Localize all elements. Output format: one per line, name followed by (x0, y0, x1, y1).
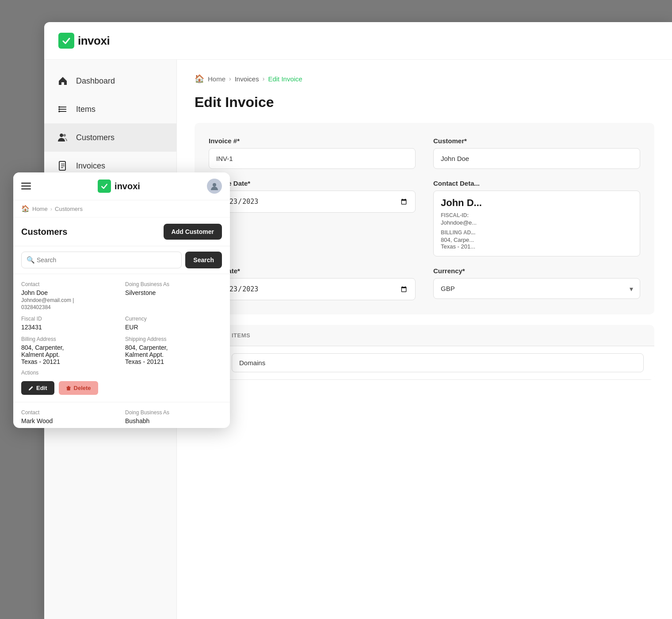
customer-label: Customer* (433, 137, 640, 145)
popup-breadcrumb-current: Customers (55, 206, 83, 212)
dba2-field-label: Doing Business As (125, 409, 222, 416)
customer-actions: Edit Delete (21, 381, 222, 395)
svg-rect-12 (21, 188, 31, 190)
doing-business-as-field: Doing Business As Silverstone (125, 281, 222, 310)
sidebar-item-customers[interactable]: Customers (44, 123, 176, 152)
fiscal-id-field-label: Fiscal ID (21, 316, 118, 322)
invoices-icon (57, 160, 69, 172)
sidebar-label-items: Items (76, 105, 95, 114)
dba2-value: Bushabh (125, 417, 222, 424)
svg-rect-16 (68, 386, 69, 387)
user-avatar[interactable] (207, 179, 222, 194)
invoice-number-label: Invoice #* (209, 137, 416, 145)
contact-name: John D... (441, 197, 633, 209)
popup-breadcrumb: 🏠 Home › Customers (13, 200, 230, 218)
billing-address-value: 804, Carpenter,Kalment Appt.Texas - 2012… (21, 344, 118, 365)
popup-page-title: Customers (21, 227, 67, 237)
billing-address-label: BILLING AD... (441, 229, 633, 236)
edit-button[interactable]: Edit (21, 381, 54, 395)
due-date-input[interactable] (209, 278, 416, 300)
breadcrumb-sep2: › (263, 75, 265, 82)
items-table-header: # ITEMS (195, 325, 654, 346)
contact-phone-value: 0328402384 (21, 304, 118, 310)
breadcrumb: 🏠 Home › Invoices › Edit Invoice (195, 74, 654, 84)
col-items: ITEMS (232, 332, 644, 339)
fiscal-id-field: Fiscal ID 123431 (21, 316, 118, 331)
search-button[interactable]: Search (185, 252, 222, 268)
svg-rect-10 (21, 183, 31, 184)
popup-search-bar: 🔍 Search (13, 246, 230, 274)
dba-field-label: Doing Business As (125, 281, 222, 287)
search-icon: 🔍 (27, 256, 35, 264)
logo-bar: invoxi (44, 22, 672, 60)
sidebar-label-customers: Customers (76, 133, 115, 142)
contact-field-label: Contact (21, 281, 118, 287)
breadcrumb-home-icon: 🏠 (195, 74, 204, 84)
contact2-name-value: Mark Wood (21, 417, 118, 424)
popup-header: invoxi (13, 172, 230, 200)
table-row: 1 (195, 346, 654, 380)
svg-point-13 (213, 183, 216, 187)
contact2-field-label: Contact (21, 409, 118, 416)
sidebar-label-dashboard: Dashboard (76, 76, 115, 86)
svg-point-5 (59, 111, 60, 112)
sidebar-item-items[interactable]: Items (44, 95, 176, 123)
billing-address-value: 804, Carpe... Texas - 201... (441, 237, 633, 250)
invoice-date-input[interactable] (209, 191, 416, 213)
contact-email-value: Johndoe@email.com | (21, 297, 118, 303)
popup-home-icon: 🏠 (21, 205, 30, 213)
invoice-number-input[interactable] (209, 148, 416, 169)
currency-value: EUR (125, 324, 222, 331)
invoice-date-label: Invoice Date* (209, 180, 416, 187)
currency-field-label: Currency (125, 316, 222, 322)
currency-label: Currency* (433, 267, 640, 275)
billing-address-field-label: Billing Address (21, 336, 118, 342)
customers-icon (57, 131, 69, 144)
customer2-details-grid: Contact Mark Wood Doing Business As Bush… (21, 409, 222, 424)
customer-table: Contact John Doe Johndoe@email.com | 032… (13, 274, 230, 428)
invoice-form-card: Invoice #* Customer* Invoice Date* Conta… (195, 123, 654, 314)
fiscal-id-label: FISCAL-ID: (441, 212, 633, 218)
contact-details-label: Contact Deta... (433, 180, 640, 187)
svg-rect-15 (66, 387, 71, 387)
currency-field: Currency EUR (125, 316, 222, 331)
shipping-address-value: 804, Carpenter,Kalment Appt.Texas - 2012… (125, 344, 222, 365)
customers-popup: invoxi 🏠 Home › Customers Customers Add … (13, 172, 230, 428)
search-wrapper: 🔍 (21, 252, 182, 268)
breadcrumb-sep1: › (229, 75, 231, 82)
contact-field: Contact John Doe Johndoe@email.com | 032… (21, 281, 118, 310)
contact2-field: Contact Mark Wood (21, 409, 118, 424)
popup-breadcrumb-home: Home (32, 206, 48, 212)
customer-group: Customer* (433, 137, 640, 169)
fiscal-id-value: Johndoe@e... (441, 219, 633, 226)
contact-name-value: John Doe (21, 289, 118, 296)
add-customer-button[interactable]: Add Customer (164, 224, 222, 240)
svg-rect-11 (21, 186, 31, 187)
delete-button[interactable]: Delete (59, 381, 98, 395)
due-date-group: Due Date* (209, 267, 416, 300)
items-table: # ITEMS 1 (195, 325, 654, 380)
item-name-input[interactable] (232, 353, 644, 372)
edit-icon (28, 386, 34, 391)
due-date-label: Due Date* (209, 267, 416, 275)
popup-logo-icon (98, 180, 111, 193)
currency-select[interactable]: GBP EUR USD (433, 278, 640, 299)
customer-input[interactable] (433, 148, 640, 169)
app-logo-text: invoxi (78, 34, 110, 48)
invoice-number-group: Invoice #* (209, 137, 416, 169)
page-title: Edit Invoice (195, 94, 654, 111)
fiscal-id-value: 123431 (21, 324, 118, 331)
hamburger-menu-icon[interactable] (21, 183, 31, 190)
popup-logo: invoxi (98, 180, 140, 193)
breadcrumb-home-label: Home (208, 75, 225, 83)
currency-group: Currency* GBP EUR USD (433, 267, 640, 299)
search-input[interactable] (21, 252, 182, 268)
breadcrumb-current: Edit Invoice (268, 75, 302, 83)
contact-details-group: Contact Deta... John D... FISCAL-ID: Joh… (433, 180, 640, 256)
sidebar-item-dashboard[interactable]: Dashboard (44, 67, 176, 95)
sidebar-label-invoices: Invoices (76, 161, 105, 171)
shipping-address-field: Shipping Address 804, Carpenter,Kalment … (125, 336, 222, 365)
breadcrumb-invoices[interactable]: Invoices (235, 75, 259, 83)
svg-point-4 (59, 109, 60, 110)
actions-label: Actions (21, 370, 222, 376)
